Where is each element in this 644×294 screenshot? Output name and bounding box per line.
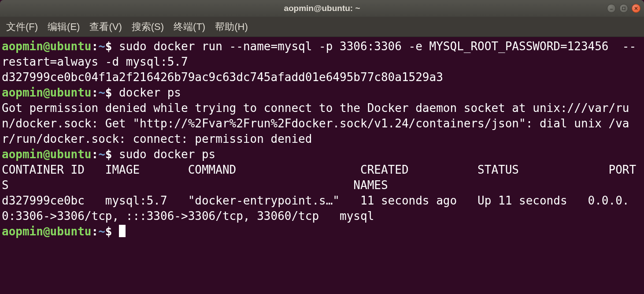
command-2: docker ps <box>112 86 181 99</box>
prompt-sep: : <box>92 86 99 99</box>
prompt-user: aopmin@ubuntu <box>2 86 92 99</box>
cursor <box>119 225 126 237</box>
menubar: 文件(F) 编辑(E) 查看(V) 搜索(S) 终端(T) 帮助(H) <box>0 17 644 37</box>
output-2: Got permission denied while trying to co… <box>2 101 629 145</box>
close-button[interactable] <box>632 4 640 13</box>
prompt-dollar: $ <box>105 148 112 161</box>
prompt-sep: : <box>92 225 99 238</box>
menu-edit[interactable]: 编辑(E) <box>48 20 80 33</box>
menu-file[interactable]: 文件(F) <box>6 20 38 33</box>
svg-rect-1 <box>622 7 625 10</box>
prompt-user: aopmin@ubuntu <box>2 40 92 53</box>
prompt-user: aopmin@ubuntu <box>2 148 92 161</box>
prompt-path: ~ <box>98 225 105 238</box>
prompt-dollar: $ <box>105 40 112 53</box>
menu-terminal[interactable]: 终端(T) <box>174 20 205 33</box>
window-title: aopmin@ubuntu: ~ <box>284 4 360 13</box>
output-1: d327999ce0bc04f1a2f216426b79ac9c63dc745a… <box>2 71 443 84</box>
titlebar: aopmin@ubuntu: ~ <box>0 0 644 17</box>
command-3: sudo docker ps <box>112 148 215 161</box>
menu-help[interactable]: 帮助(H) <box>215 20 248 33</box>
prompt-sep: : <box>92 40 99 53</box>
window-controls <box>607 4 640 13</box>
menu-search[interactable]: 搜索(S) <box>132 20 164 33</box>
prompt-dollar: $ <box>105 86 112 99</box>
menu-view[interactable]: 查看(V) <box>89 20 122 33</box>
output-table-row: d327999ce0bc mysql:5.7 "docker-entrypoin… <box>2 194 629 223</box>
minimize-button[interactable] <box>607 4 616 13</box>
command-4 <box>112 225 119 238</box>
maximize-icon <box>622 6 626 11</box>
prompt-dollar: $ <box>105 225 112 238</box>
close-icon <box>634 6 638 11</box>
minimize-icon <box>609 6 614 11</box>
prompt-path: ~ <box>98 86 105 99</box>
maximize-button[interactable] <box>619 4 628 13</box>
terminal-area[interactable]: aopmin@ubuntu:~$ sudo docker run --name=… <box>0 37 644 294</box>
prompt-path: ~ <box>98 148 105 161</box>
prompt-user: aopmin@ubuntu <box>2 225 92 238</box>
output-table-header: CONTAINER ID IMAGE COMMAND CREATED STATU… <box>2 163 636 192</box>
prompt-sep: : <box>92 148 99 161</box>
prompt-path: ~ <box>98 40 105 53</box>
